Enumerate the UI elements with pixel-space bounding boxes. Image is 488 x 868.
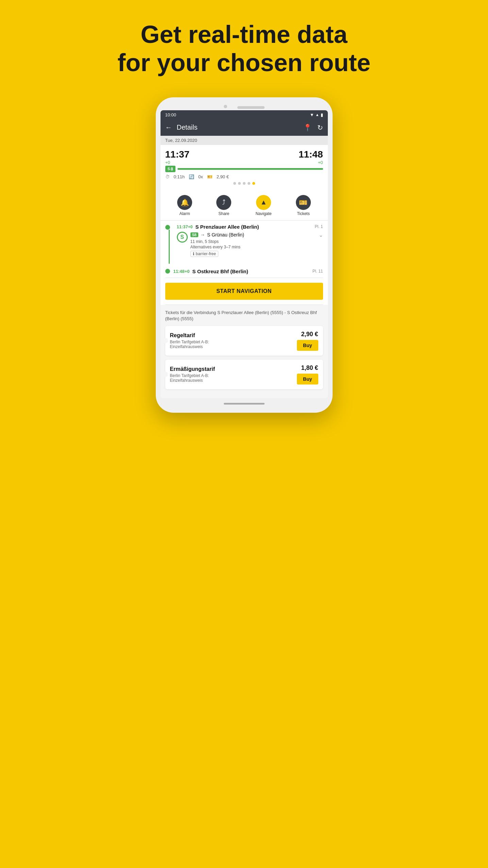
line-badge-row: S 8 (165, 166, 323, 172)
header-actions: 📍 ↻ (303, 124, 323, 132)
alarm-icon: 🔔 (177, 195, 192, 210)
info-icon: ℹ (193, 251, 195, 256)
leg-alternatives: Alternatives every 3–7 mins (190, 245, 323, 249)
phone-screen: 10:00 ▼ ▲ ▮ ← Details 📍 ↻ Tue, 22.09.202… (161, 110, 328, 398)
arrival-delay: +0 (299, 160, 323, 165)
arrival-time: 11:48 (299, 149, 323, 160)
start-navigation-button[interactable]: START NAVIGATION (165, 283, 323, 300)
leg-duration: 11 min, 5 Stops (190, 239, 323, 244)
share-label: Share (218, 211, 229, 216)
headline: Get real-time data for your chosen route (117, 20, 370, 77)
journey-duration: 0:11h (174, 174, 185, 179)
dot-5-active (252, 182, 255, 185)
alarm-button[interactable]: 🔔 Alarm (177, 195, 192, 216)
ticket-name-1: Regeltarif (170, 332, 297, 339)
stop-dot-departure (165, 225, 170, 230)
leg-info: S8 → S Grünau (Berlin) ⌄ 11 min, 5 Stops… (190, 232, 323, 257)
navigate-label: Navigate (255, 211, 271, 216)
s-bahn-circle: S (177, 232, 188, 243)
phone-home-bar (161, 403, 328, 405)
status-time: 10:00 (165, 112, 176, 117)
barrier-free-label: barrier-free (196, 251, 216, 256)
leg-destination: S Grünau (Berlin) (207, 232, 244, 238)
arrow-right-icon: → (200, 232, 205, 238)
headline-line1: Get real-time data (140, 21, 347, 48)
transfer-icon: 🔄 (189, 174, 194, 179)
barrier-free-badge: ℹ barrier-free (190, 251, 218, 257)
refresh-icon[interactable]: ↻ (317, 124, 323, 132)
phone-shell: 10:00 ▼ ▲ ▮ ← Details 📍 ↻ Tue, 22.09.202… (156, 97, 333, 413)
departure-time: 11:37 (165, 149, 190, 160)
ticket-price-col-1: 2,90 € Buy (297, 331, 318, 351)
expand-icon[interactable]: ⌄ (319, 232, 323, 238)
departure-delay: +0 (165, 160, 190, 165)
ticket-info-2: Ermäßigungstarif Berlin Tarifgebiet A-B:… (170, 366, 297, 383)
nav-button-container: START NAVIGATION (161, 278, 328, 305)
journey-transfers: 0x (198, 174, 203, 179)
arrival-stop-time: 11:48+0 (173, 269, 190, 274)
tickets-section: Tickets für die Verbindung S Prenzlauer … (161, 305, 328, 398)
journey-summary: 11:37 +0 11:48 +0 S 8 ⏱ 0:11h 🔄 0 (161, 145, 328, 192)
buy-button-1[interactable]: Buy (297, 340, 318, 351)
ticket-desc-2a: Berlin Tarifgebiet A-B: (170, 373, 297, 378)
stop-arrival: 11:48+0 S Ostkreuz Bhf (Berlin) Pl. 11 (165, 266, 323, 278)
journey-date: Tue, 22.09.2020 (165, 138, 197, 143)
status-icons: ▼ ▲ ▮ (310, 112, 323, 117)
navigate-button[interactable]: ▲ Navigate (255, 195, 271, 216)
ticket-price-col-2: 1,80 € Buy (297, 364, 318, 384)
dot-3 (243, 182, 246, 185)
ticket-info-1: Regeltarif Berlin Tarifgebiet A-B: Einze… (170, 332, 297, 349)
ticket-desc-2b: Einzelfahrausweis (170, 378, 297, 383)
location-icon[interactable]: 📍 (303, 124, 312, 132)
arrival-platform: Pl. 11 (313, 269, 323, 274)
arrival-stop-name: S Ostkreuz Bhf (Berlin) (192, 268, 313, 274)
clock-icon: ⏱ (165, 174, 170, 179)
departure-stop-name: S Prenzlauer Allee (Berlin) (195, 224, 315, 230)
dot-1 (233, 182, 236, 185)
share-button[interactable]: ⤴ Share (216, 195, 231, 216)
ticket-icon: 🎫 (207, 174, 213, 179)
route-detail: 11:37+0 S Prenzlauer Allee (Berlin) Pl. … (161, 220, 328, 278)
buy-button-2[interactable]: Buy (297, 374, 318, 384)
header-title: Details (177, 124, 300, 131)
signal-icon: ▲ (316, 113, 319, 117)
journey-details-row: ⏱ 0:11h 🔄 0x 🎫 2,90 € (165, 174, 323, 179)
s8-badge: S 8 (165, 166, 176, 172)
dot-2 (238, 182, 241, 185)
stop-dot-arrival (165, 269, 170, 274)
wifi-icon: ▼ (310, 112, 314, 117)
ticket-price-1: 2,90 € (301, 331, 318, 338)
home-indicator (224, 403, 265, 405)
leg-direction: S8 → S Grünau (Berlin) ⌄ (190, 232, 323, 238)
departure-platform: Pl. 1 (315, 224, 323, 229)
ticket-name-2: Ermäßigungstarif (170, 366, 297, 372)
ticket-price-2: 1,80 € (301, 364, 318, 372)
speaker (237, 106, 265, 109)
status-bar: 10:00 ▼ ▲ ▮ (161, 110, 328, 119)
dot-4 (248, 182, 250, 185)
tickets-description: Tickets für die Verbindung S Prenzlauer … (165, 310, 323, 322)
alarm-label: Alarm (179, 211, 190, 216)
tickets-icon: 🎫 (296, 195, 311, 210)
ticket-card-1: Regeltarif Berlin Tarifgebiet A-B: Einze… (165, 326, 323, 356)
ticket-desc-1b: Einzelfahrausweis (170, 344, 297, 349)
date-bar: Tue, 22.09.2020 (161, 136, 328, 145)
phone-notch (161, 103, 328, 109)
battery-icon: ▮ (321, 112, 323, 117)
back-button[interactable]: ← (165, 124, 172, 131)
s8-small-badge: S8 (190, 232, 198, 237)
stop-departure: 11:37+0 S Prenzlauer Allee (Berlin) Pl. … (165, 220, 323, 266)
action-buttons: 🔔 Alarm ⤴ Share ▲ Navigate 🎫 Tickets (161, 192, 328, 220)
ticket-card-2: Ermäßigungstarif Berlin Tarifgebiet A-B:… (165, 360, 323, 389)
journey-price: 2,90 € (217, 174, 229, 179)
tickets-button[interactable]: 🎫 Tickets (296, 195, 311, 216)
ticket-desc-1a: Berlin Tarifgebiet A-B: (170, 340, 297, 344)
tickets-label: Tickets (297, 211, 310, 216)
share-icon: ⤴ (216, 195, 231, 210)
header-bar: ← Details 📍 ↻ (161, 119, 328, 136)
headline-line2: for your chosen route (117, 49, 370, 76)
journey-times-row: 11:37 +0 11:48 +0 (165, 149, 323, 165)
departure-stop-time: 11:37+0 (177, 224, 193, 229)
navigate-icon: ▲ (256, 195, 271, 210)
pagination-dots (165, 182, 323, 185)
